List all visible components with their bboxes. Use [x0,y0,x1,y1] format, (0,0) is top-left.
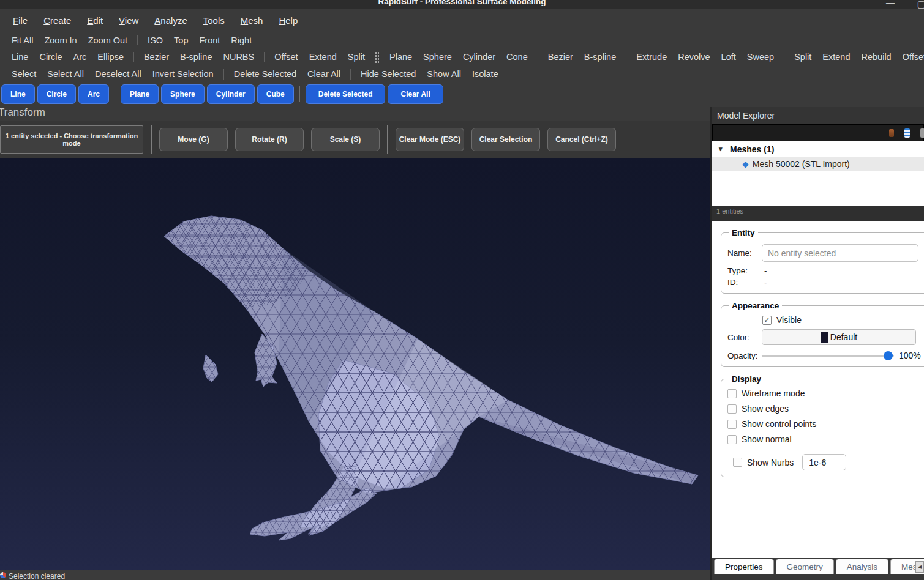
tool-show-all[interactable]: Show All [421,67,467,81]
tool-bezier[interactable]: Bezier [138,50,175,64]
quick-line-button[interactable]: Line [1,84,35,104]
tool-cone[interactable]: Cone [501,50,533,64]
tool-iso[interactable]: ISO [142,34,168,47]
tool-sweep[interactable]: Sweep [742,50,779,64]
quick-delete-selected-button[interactable]: Delete Selected [306,84,386,104]
panel-resize-grip[interactable]: ······ [712,216,924,221]
tool-bezier-surface[interactable]: Bezier [543,50,579,64]
quick-plane-button[interactable]: Plane [121,84,159,104]
tool-isolate[interactable]: Isolate [467,67,504,81]
tool-extend-surface[interactable]: Extend [817,50,855,64]
tool-invert-selection[interactable]: Invert Selection [147,67,219,81]
tool-deselect-all[interactable]: Deselect All [89,67,147,81]
tool-zoom-in[interactable]: Zoom In [39,34,82,47]
color-picker-button[interactable]: Default [762,329,916,345]
opacity-value: 100% [899,351,924,360]
tool-right[interactable]: Right [225,34,257,47]
tab-analysis[interactable]: Analysis [836,559,888,574]
entity-name-input[interactable] [762,244,918,262]
tool-top[interactable]: Top [168,34,193,47]
tool-hide-selected[interactable]: Hide Selected [355,67,421,81]
menu-help[interactable]: Help [271,12,306,29]
tree-group-meshes[interactable]: ▾ Meshes (1) [712,141,924,157]
menu-mesh[interactable]: Mesh [233,12,271,29]
explorer-filter-icon[interactable] [889,129,894,137]
menu-edit[interactable]: Edit [79,12,111,29]
quick-arc-button[interactable]: Arc [78,84,109,104]
tab-properties[interactable]: Properties [714,559,774,574]
tool-clear-all[interactable]: Clear All [302,67,346,81]
model-explorer-title: Model Explorer [717,111,775,121]
opacity-slider-handle[interactable] [884,351,893,360]
rotate-button[interactable]: Rotate (R) [235,128,304,151]
wireframe-mode-checkbox[interactable] [727,389,737,398]
tool-plane[interactable]: Plane [384,50,418,64]
viewport-3d[interactable] [0,158,710,570]
nurbs-tolerance-input[interactable] [802,454,846,470]
window-title: RapidSurf - Professional Surface Modelin… [0,0,924,6]
tree-group-label: Meshes (1) [730,144,774,154]
menu-tools[interactable]: Tools [195,12,233,29]
tool-extend[interactable]: Extend [304,50,342,64]
show-edges-checkbox[interactable] [727,404,737,414]
show-control-points-checkbox[interactable] [727,420,737,429]
tool-sphere[interactable]: Sphere [418,50,457,64]
show-normal-checkbox[interactable] [727,435,737,444]
opacity-slider[interactable] [762,351,894,360]
tab-scroll-left-icon[interactable]: ◀ [915,561,924,573]
menu-file[interactable]: File [5,12,36,29]
quick-circle-button[interactable]: Circle [37,84,76,104]
tool-zoom-out[interactable]: Zoom Out [83,34,133,47]
tool-ellipse[interactable]: Ellipse [92,50,129,64]
explorer-menu-icon[interactable] [920,128,924,138]
cancel-button[interactable]: Cancel (Ctrl+Z) [547,128,616,151]
tool-split[interactable]: Split [342,50,370,64]
clear-mode-button[interactable]: Clear Mode (ESC) [396,128,464,151]
tool-circle[interactable]: Circle [34,50,67,64]
menu-analyze[interactable]: Analyze [146,12,195,29]
tool-rebuild[interactable]: Rebuild [856,50,897,64]
tree-expander-icon[interactable]: ▾ [719,145,730,153]
maximize-icon[interactable]: ▢ [917,1,924,8]
tool-arc[interactable]: Arc [67,50,92,64]
tool-revolve[interactable]: Revolve [672,50,715,64]
tool-bspline[interactable]: B-spline [175,50,217,64]
tool-nurbs[interactable]: NURBS [217,50,260,64]
id-label: ID: [727,278,762,287]
tool-fit-all[interactable]: Fit All [6,34,39,47]
tool-bspline-surface[interactable]: B-spline [579,50,622,64]
move-button[interactable]: Move (G) [159,128,228,151]
tree-item-mesh[interactable]: ◆ Mesh 50002 (STL Import) [712,157,924,171]
clear-selection-button[interactable]: Clear Selection [471,128,540,151]
tool-front[interactable]: Front [193,34,225,47]
model-explorer-header[interactable]: Model Explorer [712,107,924,124]
tool-line[interactable]: Line [6,50,34,64]
quick-cylinder-button[interactable]: Cylinder [207,84,255,104]
tool-extrude[interactable]: Extrude [631,50,672,64]
quick-clear-all-button[interactable]: Clear All [388,84,443,104]
tool-select[interactable]: Select [6,67,42,81]
explorer-sort-icon[interactable] [904,128,910,138]
toolbar-grip-handle[interactable] [375,51,380,63]
quick-sphere-button[interactable]: Sphere [161,84,205,104]
menu-view[interactable]: View [111,12,146,29]
tool-split-surface[interactable]: Split [789,50,817,64]
tool-offset[interactable]: Offset [269,50,303,64]
menu-create[interactable]: Create [36,12,79,29]
tool-select-all[interactable]: Select All [42,67,89,81]
tool-offset-surface[interactable]: Offset [897,50,924,64]
tab-geometry[interactable]: Geometry [776,559,834,574]
visible-checkbox[interactable]: ✓ [762,316,772,325]
quick-cube-button[interactable]: Cube [257,84,294,104]
opacity-slider-track [762,355,894,357]
mesh-diamond-icon: ◆ [742,159,749,169]
show-nurbs-checkbox[interactable] [733,458,742,467]
scale-button[interactable]: Scale (S) [311,128,380,151]
tool-cylinder[interactable]: Cylinder [457,50,501,64]
right-panel: Model Explorer ▾ Meshes (1) ◆ Mesh 50002… [710,107,924,580]
explorer-toolbar[interactable] [712,124,924,141]
tool-loft[interactable]: Loft [716,50,742,64]
color-label: Color: [727,333,762,342]
tool-delete-selected[interactable]: Delete Selected [228,67,302,81]
minimize-icon[interactable]: — [886,0,895,6]
